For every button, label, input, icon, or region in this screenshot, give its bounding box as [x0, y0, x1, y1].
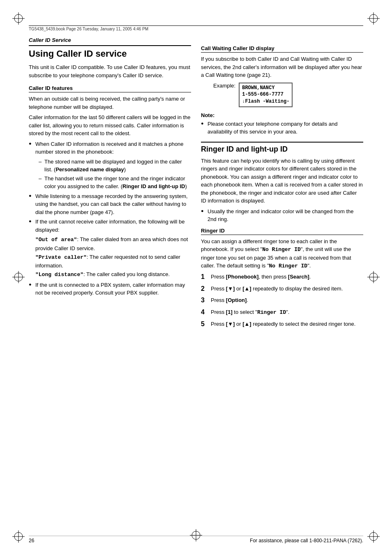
ringer-id-sub-para: You can assign a different ringer tone t…	[201, 237, 363, 270]
sub-bullet-1b: The handset will use the ringer tone and…	[39, 175, 191, 191]
page: TG5438_5439.book Page 26 Tuesday, Januar…	[0, 0, 392, 555]
ringer-id-sub-title: Ringer ID	[201, 228, 363, 235]
left-column: Using Caller ID service This unit is Cal…	[29, 45, 191, 522]
step-2-num: 2	[201, 285, 208, 293]
step-3-text: Press [Option].	[211, 296, 363, 305]
step-5: 5 Press [▼] or [▲] repeatedly to select …	[201, 320, 363, 329]
para2: Caller information for the last 50 diffe…	[29, 113, 191, 138]
step-4-text: Press [1] to select "Ringer ID".	[211, 308, 363, 317]
ringer-id-title: Ringer ID and light-up ID	[201, 142, 363, 154]
sub-bullet-1a: The stored name will be displayed and lo…	[39, 158, 191, 174]
footer: 26 For assistance, please call 1-800-211…	[29, 536, 363, 543]
steps-list: 1 Press [Phonebook], then press [Search]…	[201, 273, 363, 329]
step-5-num: 5	[201, 320, 208, 329]
note-bullet-list: Please contact your telephone company fo…	[201, 120, 363, 136]
corner-mark-bl	[12, 530, 25, 543]
ringer-id-bullet-list: Usually the ringer and indicator color w…	[201, 207, 363, 223]
call-waiting-section: Call Waiting Caller ID display If you su…	[201, 45, 363, 136]
out-of-area-mono: "Out of area"	[35, 237, 77, 243]
caller-id-features-title: Caller ID features	[29, 85, 191, 92]
long-distance: "Long distance": The caller called you l…	[35, 270, 191, 279]
bullet-item-2-text: While listening to a message recorded by…	[35, 193, 188, 215]
long-distance-mono: "Long distance"	[35, 272, 83, 278]
step-3: 3 Press [Option].	[201, 296, 363, 305]
bullet-item-1: When Caller ID information is received a…	[29, 140, 191, 191]
meta-text: TG5438_5439.book Page 26 Tuesday, Januar…	[29, 27, 148, 31]
display-example: Example: BROWN,NANCY 1-555-666-7777 ↓Fla…	[213, 83, 363, 107]
note-label: Note:	[201, 112, 363, 118]
step-1: 1 Press [Phonebook], then press [Search]…	[201, 273, 363, 281]
step-4-num: 4	[201, 308, 208, 317]
meta-bar: TG5438_5439.book Page 26 Tuesday, Januar…	[29, 25, 363, 31]
corner-mark-tr	[367, 12, 380, 25]
caller-id-bullet-list: When Caller ID information is received a…	[29, 140, 191, 297]
no-ringer-id-mono-2: No Ringer ID	[269, 263, 308, 269]
corner-mark-mr	[367, 271, 380, 284]
bullet-item-3-text: If the unit cannot receive caller inform…	[35, 219, 184, 233]
display-line-2: 1-555-666-7777	[242, 91, 289, 98]
no-ringer-id-mono-1: No Ringer ID	[262, 246, 301, 253]
main-title-section: Using Caller ID service	[29, 45, 191, 59]
step-1-text: Press [Phonebook], then press [Search].	[211, 273, 363, 281]
note-section: Note: Please contact your telephone comp…	[201, 112, 363, 136]
footer-text: For assistance, please call 1-800-211-PA…	[250, 538, 363, 543]
ringer-id-mono: Ringer ID	[257, 309, 286, 315]
ringer-id-section: Ringer ID and light-up ID This feature c…	[201, 142, 363, 329]
step-4: 4 Press [1] to select "Ringer ID".	[201, 308, 363, 317]
bullet-item-1-text: When Caller ID information is received a…	[35, 141, 184, 155]
personalized-bold: Personalized name display	[55, 166, 124, 173]
step-2-text: Press [▼] or [▲] repeatedly to display t…	[211, 285, 363, 293]
private-caller-mono: "Private caller"	[35, 254, 87, 260]
corner-mark-br	[367, 530, 380, 543]
corner-mark-ml	[12, 271, 25, 284]
step-5-text: Press [▼] or [▲] repeatedly to select th…	[211, 320, 363, 329]
sub-bullet-list-1: The stored name will be displayed and lo…	[39, 158, 191, 191]
display-line-3: ↓Flash -Waiting-	[242, 98, 289, 105]
step-1-num: 1	[201, 273, 208, 281]
call-waiting-para: If you subscribe to both Caller ID and C…	[201, 55, 363, 79]
bullet-item-2: While listening to a message recorded by…	[29, 192, 191, 216]
intro-text: This unit is Caller ID compatible. To us…	[29, 63, 191, 79]
bullet-item-4-text: If the unit is connected to a PBX system…	[35, 282, 185, 296]
bullet-item-3: If the unit cannot receive caller inform…	[29, 218, 191, 279]
bullet-item-4: If the unit is connected to a PBX system…	[29, 281, 191, 297]
para1: When an outside call is being received, …	[29, 95, 191, 111]
ringer-id-bold: Ringer ID and light-up ID	[122, 183, 185, 189]
step-3-num: 3	[201, 296, 208, 305]
example-label: Example:	[213, 83, 235, 89]
corner-mark-tl	[12, 12, 25, 25]
main-title: Using Caller ID service	[29, 48, 191, 59]
out-of-area: "Out of area": The caller dialed from an…	[35, 235, 191, 253]
ringer-id-para1: This feature can help you identify who i…	[201, 157, 363, 205]
note-bullet-1: Please contact your telephone company fo…	[201, 120, 363, 136]
main-content: Using Caller ID service This unit is Cal…	[29, 45, 363, 522]
page-number: 26	[29, 538, 34, 543]
extra-items: "Out of area": The caller dialed from an…	[35, 235, 191, 279]
ringer-id-bullet-1: Usually the ringer and indicator color w…	[201, 207, 363, 223]
step-2: 2 Press [▼] or [▲] repeatedly to display…	[201, 285, 363, 293]
display-box: BROWN,NANCY 1-555-666-7777 ↓Flash -Waiti…	[239, 83, 293, 107]
private-caller: "Private caller": The caller requested n…	[35, 253, 191, 271]
section-label: Caller ID Service	[29, 37, 71, 43]
display-line-1: BROWN,NANCY	[242, 85, 289, 92]
call-waiting-title: Call Waiting Caller ID display	[201, 45, 363, 53]
right-column: Call Waiting Caller ID display If you su…	[201, 45, 363, 522]
